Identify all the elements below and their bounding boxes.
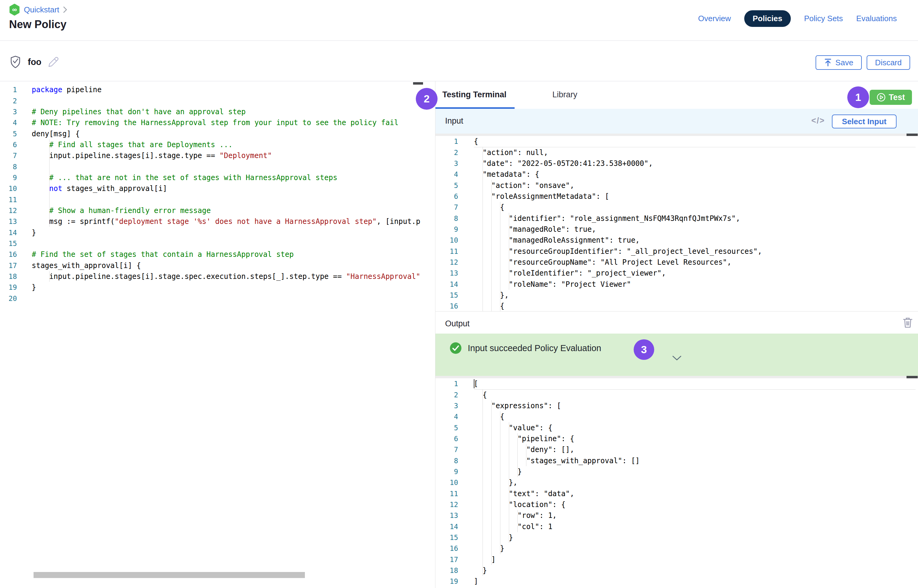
code-line[interactable]: 11	[0, 194, 435, 205]
code-line[interactable]: 15 }	[435, 532, 918, 543]
code-line[interactable]: 5deny[msg] {	[0, 128, 435, 139]
code-line[interactable]: 12 "location": {	[435, 499, 918, 510]
input-editor-hscrollbar[interactable]	[435, 134, 918, 136]
line-number: 5	[0, 130, 17, 138]
code-line[interactable]: 16 }	[435, 543, 918, 554]
code-line[interactable]: 15 },	[435, 290, 918, 300]
breadcrumb-link-quickstart[interactable]: Quickstart	[24, 5, 59, 15]
code-line[interactable]: 6 "roleAssignmentMetadata": [	[435, 191, 918, 202]
line-number: 15	[0, 240, 17, 247]
code-line[interactable]: 1{	[435, 136, 918, 147]
nav-evaluations[interactable]: Evaluations	[857, 14, 897, 23]
policy-editor[interactable]: 1package pipeline23# Deny pipelines that…	[0, 81, 435, 588]
select-input-button[interactable]: Select Input	[832, 115, 897, 128]
code-line[interactable]: 12 "resourceGroupName": "All Project Lev…	[435, 257, 918, 268]
code-line[interactable]: 10 },	[435, 477, 918, 488]
line-number: 6	[435, 435, 458, 443]
code-line[interactable]: 10 "managedRoleAssignment": true,	[435, 235, 918, 246]
line-number: 5	[435, 182, 458, 189]
code-line[interactable]: 13 "roleIdentifier": "_project_viewer",	[435, 268, 918, 279]
code-line[interactable]: 4 "metadata": {	[435, 169, 918, 180]
code-line[interactable]: 8 "identifier": "role_assignment_NsFQM43…	[435, 213, 918, 224]
discard-button[interactable]: Discard	[866, 55, 910, 70]
indent-guide	[483, 191, 483, 202]
output-json-editor[interactable]: 1[2 {3 "expressions": [4 {5 "value": {6 …	[435, 378, 918, 588]
code-line[interactable]: 2	[0, 95, 435, 106]
edit-pencil-icon[interactable]	[47, 56, 60, 68]
line-number: 19	[0, 283, 17, 291]
code-line[interactable]: 1package pipeline	[0, 84, 435, 95]
output-editor-hscrollbar-thumb[interactable]	[907, 376, 918, 378]
code-line[interactable]: 14 "roleName": "Project Viewer"	[435, 279, 918, 289]
line-number: 13	[0, 218, 17, 225]
code-line[interactable]: 18 }	[435, 565, 918, 576]
code-line[interactable]: 13 msg := sprintf("deployment stage '%s'…	[0, 216, 435, 227]
code-line[interactable]: 5 "value": {	[435, 422, 918, 433]
indent-guide	[483, 246, 483, 257]
code-line[interactable]: 13 "row": 1,	[435, 510, 918, 521]
code-line[interactable]: 7 {	[435, 202, 918, 213]
code-icon[interactable]: </>	[811, 116, 825, 125]
code-line[interactable]: 9 "managedRole": true,	[435, 224, 918, 235]
code-line[interactable]: 19]	[435, 576, 918, 587]
code-line[interactable]: 3 "expressions": [	[435, 401, 918, 411]
policy-editor-hscrollbar[interactable]	[34, 572, 305, 578]
code-line[interactable]: 15	[0, 238, 435, 249]
chevron-down-icon[interactable]	[672, 355, 682, 362]
code-text: ]	[474, 576, 918, 587]
line-number: 7	[435, 204, 458, 211]
input-editor-hscrollbar-thumb[interactable]	[907, 134, 918, 136]
code-text: {	[474, 202, 918, 213]
line-number: 19	[435, 577, 458, 585]
code-line[interactable]: 5 "action": "onsave",	[435, 180, 918, 191]
line-number: 17	[0, 262, 17, 270]
save-button[interactable]: Save	[816, 55, 862, 70]
code-line[interactable]: 9 }	[435, 466, 918, 477]
code-line[interactable]: 8	[0, 161, 435, 172]
code-line[interactable]: 14 "col": 1	[435, 521, 918, 532]
code-line[interactable]: 6 # Find all stages that are Deployments…	[0, 139, 435, 150]
output-editor-hscrollbar[interactable]	[435, 376, 918, 378]
code-line[interactable]: 17 ]	[435, 554, 918, 565]
code-line[interactable]: 19}	[0, 282, 435, 293]
code-line[interactable]: 7 input.pipeline.stages[i].stage.type ==…	[0, 150, 435, 161]
code-text	[32, 161, 435, 172]
nav-overview[interactable]: Overview	[698, 14, 731, 23]
nav-policies-active[interactable]: Policies	[744, 10, 791, 27]
text-cursor	[474, 379, 474, 388]
code-line[interactable]: 4 {	[435, 411, 918, 422]
code-line[interactable]: 2 "action": null,	[435, 147, 918, 158]
code-line[interactable]: 12 # Show a human-friendly error message	[0, 205, 435, 216]
code-line[interactable]: 7 "deny": [],	[435, 444, 918, 455]
input-json-editor[interactable]: 1{2 "action": null,3 "date": "2022-05-05…	[435, 136, 918, 312]
code-line[interactable]: 1[	[435, 378, 918, 389]
indent-guide	[49, 161, 50, 172]
nav-policy-sets[interactable]: Policy Sets	[804, 14, 843, 23]
code-line[interactable]: 16# Find the set of stages that contain …	[0, 249, 435, 260]
code-line[interactable]: 9 # ... that are not in the set of stage…	[0, 172, 435, 183]
code-line[interactable]: 20	[0, 293, 435, 304]
code-line[interactable]: 3 "date": "2022-05-05T20:41:23.538+0000"…	[435, 158, 918, 169]
tab-testing-terminal[interactable]: Testing Terminal	[442, 81, 506, 108]
policy-editor-hscrollbar-thumb[interactable]	[413, 82, 423, 85]
code-text: "roleAssignmentMetadata": [	[474, 191, 918, 202]
code-line[interactable]: 18 input.pipeline.stages[i].stage.spec.e…	[0, 271, 435, 282]
code-line[interactable]: 10 not stages_with_approval[i]	[0, 183, 435, 194]
harness-logo-icon: ∞	[9, 3, 20, 16]
trash-icon[interactable]	[902, 317, 913, 328]
code-line[interactable]: 2 {	[435, 389, 918, 400]
code-line[interactable]: 11 "text": "data",	[435, 488, 918, 499]
code-line[interactable]: 11 "resourceGroupIdentifier": "_all_proj…	[435, 246, 918, 257]
line-number: 17	[435, 556, 458, 564]
code-line[interactable]: 4# NOTE: Try removing the HarnessApprova…	[0, 117, 435, 128]
code-line[interactable]: 14}	[0, 227, 435, 238]
code-line[interactable]: 17stages_with_approval[i] {	[0, 260, 435, 271]
tab-library[interactable]: Library	[553, 81, 577, 108]
code-line[interactable]: 16 {	[435, 300, 918, 312]
code-line[interactable]: 8 "stages_with_approval": []	[435, 455, 918, 466]
code-line[interactable]: 3# Deny pipelines that don't have an app…	[0, 107, 435, 117]
evaluation-success-banner: Input succeeded Policy Evaluation	[435, 334, 918, 376]
line-number: 8	[435, 457, 458, 465]
test-button[interactable]: Test	[870, 90, 912, 105]
code-line[interactable]: 6 "pipeline": {	[435, 433, 918, 444]
